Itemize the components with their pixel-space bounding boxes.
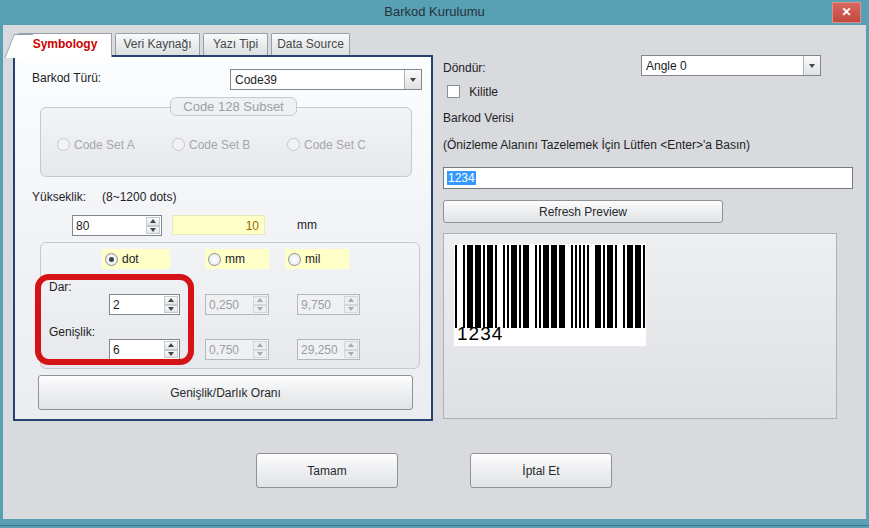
barcode-data-label: Barkod Verisi bbox=[443, 111, 514, 125]
cancel-button[interactable]: İptal Et bbox=[470, 453, 612, 488]
barcode-data-input[interactable]: 1234 bbox=[443, 167, 853, 189]
width-label: Genişlik: bbox=[49, 325, 95, 339]
chevron-down-icon[interactable] bbox=[803, 56, 820, 75]
spin-down-button bbox=[344, 350, 358, 359]
width-mil-spinner: 29,250 bbox=[297, 339, 360, 360]
spin-up-button[interactable] bbox=[164, 296, 178, 305]
unit-radio-mm[interactable]: mm bbox=[205, 249, 269, 269]
spin-down-button[interactable] bbox=[164, 305, 178, 314]
height-converted-field: 10 bbox=[172, 215, 265, 235]
symbology-tab-page: Barkod Türü: Code39 Code 128 Subset Code… bbox=[13, 55, 433, 421]
radio-icon bbox=[105, 253, 118, 266]
height-label: Yükseklik: bbox=[32, 190, 86, 204]
spin-up-button bbox=[344, 296, 358, 305]
close-button[interactable]: ✕ bbox=[832, 2, 861, 23]
radio-icon bbox=[288, 253, 301, 266]
tab-veri-kaynagi[interactable]: Veri Kaynağı bbox=[115, 33, 200, 55]
barcode-setup-dialog: Barkod Kurulumu ✕ Symbology Veri Kaynağı… bbox=[0, 0, 869, 528]
barcode-bars bbox=[455, 245, 645, 328]
spin-up-button[interactable] bbox=[164, 341, 178, 350]
radio-code-set-c: Code Set C bbox=[287, 137, 366, 152]
spin-up-button[interactable] bbox=[146, 217, 160, 226]
height-unit-label: mm bbox=[297, 218, 317, 232]
barcode-human-text: 1234 bbox=[457, 323, 503, 345]
radio-icon bbox=[57, 138, 70, 151]
spin-down-button bbox=[253, 305, 267, 314]
width-mm-spinner: 0,750 bbox=[205, 339, 269, 360]
tab-data-source[interactable]: Data Source bbox=[271, 33, 350, 55]
height-range-label: (8~1200 dots) bbox=[102, 190, 176, 204]
unit-radio-dot[interactable]: dot bbox=[102, 249, 170, 269]
radio-icon bbox=[172, 138, 185, 151]
width-dots-spinner[interactable]: 6 bbox=[109, 339, 180, 360]
subset-group-title: Code 128 Subset bbox=[170, 97, 297, 116]
spin-down-button[interactable] bbox=[164, 350, 178, 359]
titlebar: Barkod Kurulumu ✕ bbox=[0, 0, 869, 25]
barcode-type-select[interactable]: Code39 bbox=[230, 69, 422, 90]
barcode-preview: 1234 bbox=[454, 244, 646, 346]
lock-checkbox[interactable]: Kilitle bbox=[447, 84, 498, 99]
unit-radio-mil[interactable]: mil bbox=[285, 249, 349, 269]
narrow-dots-spinner[interactable]: 2 bbox=[109, 294, 180, 315]
tab-symbology[interactable]: Symbology bbox=[18, 33, 112, 57]
checkbox-icon bbox=[447, 85, 460, 98]
spin-down-button[interactable] bbox=[146, 226, 160, 235]
spin-up-button bbox=[253, 341, 267, 350]
barcode-preview-panel: 1234 bbox=[443, 233, 837, 419]
radio-icon bbox=[208, 253, 221, 266]
ratio-button[interactable]: Genişlik/Darlık Oranı bbox=[38, 375, 413, 410]
refresh-hint-label: (Önizleme Alanını Tazelemek İçin Lütfen … bbox=[443, 138, 750, 152]
refresh-preview-button[interactable]: Refresh Preview bbox=[443, 200, 723, 223]
close-icon: ✕ bbox=[841, 5, 851, 19]
rotate-label: Döndür: bbox=[443, 61, 486, 75]
spin-up-button bbox=[253, 296, 267, 305]
spin-down-button bbox=[253, 350, 267, 359]
radio-code-set-b: Code Set B bbox=[172, 137, 250, 152]
ok-button[interactable]: Tamam bbox=[256, 453, 398, 488]
radio-code-set-a: Code Set A bbox=[57, 137, 135, 152]
selected-text: 1234 bbox=[447, 171, 476, 185]
barcode-type-label: Barkod Türü: bbox=[32, 71, 101, 85]
narrow-mm-spinner: 0,250 bbox=[205, 294, 269, 315]
spin-up-button bbox=[344, 341, 358, 350]
tab-yazi-tipi[interactable]: Yazı Tipi bbox=[203, 33, 268, 55]
narrow-label: Dar: bbox=[49, 280, 72, 294]
chevron-down-icon[interactable] bbox=[404, 70, 421, 89]
spin-down-button bbox=[344, 305, 358, 314]
height-dots-spinner[interactable]: 80 bbox=[72, 215, 162, 236]
radio-icon bbox=[287, 138, 300, 151]
rotate-select[interactable]: Angle 0 bbox=[641, 55, 821, 76]
narrow-mil-spinner: 9,750 bbox=[297, 294, 360, 315]
dialog-body: Symbology Veri Kaynağı Yazı Tipi Data So… bbox=[3, 25, 866, 519]
dialog-title: Barkod Kurulumu bbox=[0, 4, 869, 19]
